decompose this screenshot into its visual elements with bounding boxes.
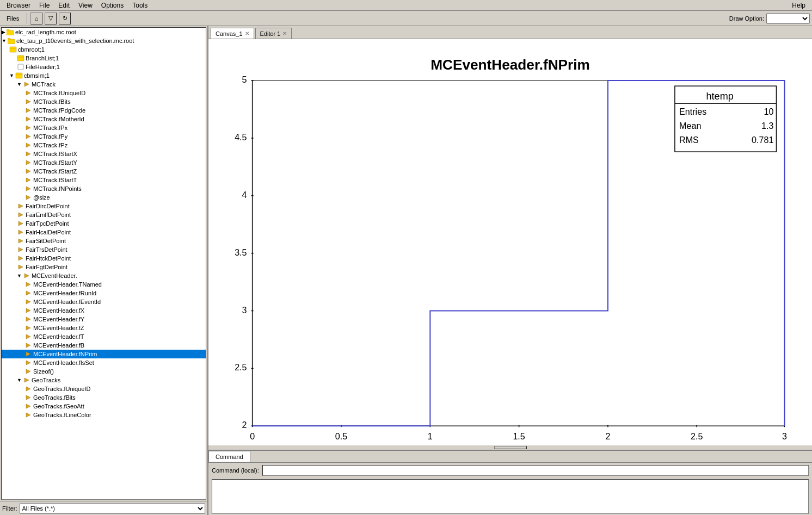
tree-item-f16[interactable]: MCTrack.fStartY [2,158,206,167]
tree-item-f36[interactable]: MCEventHeader.fT [2,332,206,341]
tree-item-f27[interactable]: FairHtckDetPoint [2,254,206,263]
y-tick-4: 4 [242,190,247,200]
tree-item-f41[interactable]: ▼GeoTracks [2,376,206,384]
tree-item-f38[interactable]: MCEventHeader.fNPrim [2,350,206,358]
tab-editor1-close[interactable]: ✕ [282,30,287,36]
tree-item-f33[interactable]: MCEventHeader.fX [2,306,206,315]
menu-browser[interactable]: Browser [2,2,35,9]
tree-item-f17[interactable]: MCTrack.fStartZ [2,167,206,176]
tree-label-f3: cbmroot;1 [18,46,45,53]
tab-editor1[interactable]: Editor 1 ✕ [255,28,292,39]
tree-icon-f6 [15,72,23,79]
filter-select[interactable]: All Files (*.*) [20,503,206,514]
tree-item-f39[interactable]: MCEventHeader.fIsSet [2,358,206,367]
menu-edit[interactable]: Edit [54,2,74,9]
bottom-panel: Command Command (local): [208,450,812,515]
tree-label-f41: GeoTracks [32,377,60,383]
tree-item-f40[interactable]: Sizeof() [2,367,206,376]
tree-arrow-f29: ▼ [17,273,22,278]
tree-item-f22[interactable]: FairEmlfDetPoint [2,210,206,219]
h-scroll-area[interactable] [208,445,812,450]
tree-item-f32[interactable]: MCEventHeader.fEventId [2,297,206,306]
tree-item-f18[interactable]: MCTrack.fStartT [2,176,206,184]
tree-label-f13: MCTrack.fPy [33,133,67,140]
tree-item-f14[interactable]: MCTrack.fPz [2,141,206,150]
tree-item-f30[interactable]: MCEventHeader.TNamed [2,280,206,289]
tree-item-f4[interactable]: BranchList;1 [2,54,206,63]
tree-item-f31[interactable]: MCEventHeader.fRunId [2,289,206,297]
canvas-area[interactable]: MCEventHeader.fNPrim 2 2.5 3 3.5 [208,39,812,445]
tab-canvas1-close[interactable]: ✕ [245,30,249,36]
menu-help[interactable]: Help [788,2,810,9]
tree-item-f43[interactable]: GeoTracks.fBits [2,393,206,402]
tree-label-f19: MCTrack.fNPoints [33,185,82,192]
tree-icon-f45 [24,411,32,419]
menu-view[interactable]: View [74,2,97,9]
tree-icon-f5 [17,63,24,71]
tree-item-f29[interactable]: ▼MCEventHeader. [2,271,206,280]
tree-item-f5[interactable]: FileHeader;1 [2,63,206,71]
tree-label-f8: MCTrack.fUniqueID [33,90,85,96]
tree-item-f37[interactable]: MCEventHeader.fB [2,341,206,350]
command-input[interactable] [262,465,809,476]
tree-item-f42[interactable]: GeoTracks.fUniqueID [2,384,206,393]
tab-canvas1[interactable]: Canvas_1 ✕ [211,28,254,39]
draw-option-select[interactable] [766,13,810,24]
tree-item-f24[interactable]: FairHcalDetPoint [2,228,206,237]
svg-marker-48 [26,404,30,408]
toolbar-btn-refresh[interactable]: ↻ [59,13,71,24]
tree-icon-f11 [24,115,32,123]
command-output [212,479,809,514]
x-tick-2: 2 [605,431,610,441]
svg-marker-32 [19,265,23,269]
tree-item-f10[interactable]: MCTrack.fPdgCode [2,106,206,115]
tree-item-f20[interactable]: @size [2,193,206,202]
tree-item-f26[interactable]: FairTrsDetPoint [2,245,206,254]
h-scroll-thumb[interactable] [494,446,527,449]
tree-icon-f13 [24,133,32,140]
tree-item-f9[interactable]: MCTrack.fBits [2,97,206,106]
tree-label-f6: cbmsim;1 [24,72,50,79]
tree-item-f45[interactable]: GeoTracks.fLineColor [2,411,206,419]
tree-item-f19[interactable]: MCTrack.fNPoints [2,184,206,193]
y-tick-3: 3 [242,305,247,315]
svg-rect-8 [18,64,23,70]
tree-item-f15[interactable]: MCTrack.fStartX [2,150,206,158]
tree-item-f21[interactable]: FairDircDetPoint [2,202,206,210]
tree-item-f44[interactable]: GeoTracks.fGeoAtt [2,402,206,411]
menu-options[interactable]: Options [97,2,128,9]
tree-item-f11[interactable]: MCTrack.fMotherId [2,115,206,123]
tree-icon-f23 [17,220,24,227]
command-local-label: Command (local): [212,467,259,474]
menu-file[interactable]: File [35,2,54,9]
tree-item-f25[interactable]: FairSitDetPoint [2,237,206,245]
svg-marker-12 [26,91,30,95]
tree-item-f6[interactable]: ▼cbmsim;1 [2,71,206,80]
tree-item-f12[interactable]: MCTrack.fPx [2,123,206,132]
tree-item-f28[interactable]: FairFgtDetPoint [2,263,206,271]
tree-item-f23[interactable]: FairTpcDetPoint [2,219,206,228]
tree-item-f13[interactable]: MCTrack.fPy [2,132,206,141]
tree-label-f21: FairDircDetPoint [26,203,70,209]
svg-rect-1 [7,29,9,31]
bottom-tab-command[interactable]: Command [208,451,250,462]
tree-item-f8[interactable]: MCTrack.fUniqueID [2,89,206,97]
tree-icon-f21 [17,202,24,210]
menu-tools[interactable]: Tools [128,2,152,9]
tree-arrow-f1: ▶ [2,29,5,35]
file-tree[interactable]: ▶elc_rad_length.mc.root▼elc_tau_p_t10eve… [1,27,206,500]
tree-item-f2[interactable]: ▼elc_tau_p_t10events_with_selection.mc.r… [2,36,206,45]
tree-item-f35[interactable]: MCEventHeader.fZ [2,324,206,332]
tree-icon-f10 [24,107,32,114]
svg-marker-29 [19,239,23,243]
toolbar-btn-home[interactable]: ⌂ [30,13,42,24]
toolbar-btn-filter[interactable]: ▽ [45,13,57,24]
svg-marker-34 [26,282,30,287]
main-layout: ▶elc_rad_length.mc.root▼elc_tau_p_t10eve… [0,26,812,515]
right-panel: Canvas_1 ✕ Editor 1 ✕ MCEventHeader.fNPr… [208,26,812,515]
tree-item-f34[interactable]: MCEventHeader.fY [2,315,206,324]
draw-option-label: Draw Option: [729,15,764,22]
tree-item-f3[interactable]: cbmroot;1 [2,45,206,54]
tree-item-f7[interactable]: ▼MCTrack [2,80,206,89]
tree-item-f1[interactable]: ▶elc_rad_length.mc.root [2,28,206,36]
